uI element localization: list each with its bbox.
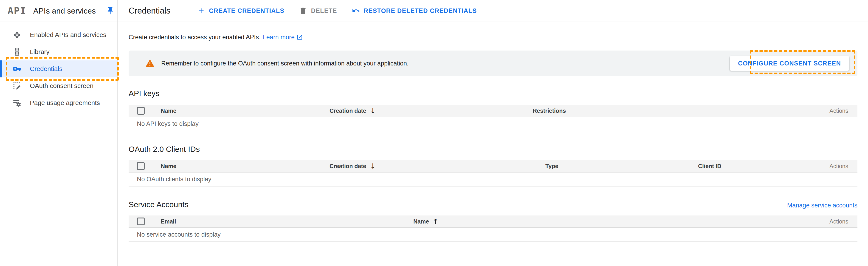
sidebar-item-label: Library — [30, 48, 50, 56]
column-header-creation-date[interactable]: Creation date ↓ — [330, 107, 376, 114]
sidebar-item-credentials[interactable]: Credentials — [0, 60, 117, 78]
learn-more-link[interactable]: Learn more — [263, 34, 303, 41]
page-usage-icon — [12, 98, 22, 108]
sort-desc-icon: ↓ — [370, 107, 376, 114]
sidebar-item-label: Enabled APIs and services — [30, 31, 106, 38]
api-keys-table-header: Name Creation date ↓ Restrictions Action… — [129, 105, 858, 117]
column-header-name: Name — [161, 108, 176, 114]
sidebar-item-library[interactable]: Library — [0, 43, 117, 60]
column-header-email: Email — [161, 218, 176, 225]
api-logo: API — [7, 5, 26, 17]
toolbar: Credentials CREATE CREDENTIALS DELETE RE… — [118, 0, 868, 22]
open-in-new-icon — [297, 34, 303, 40]
page-title: Credentials — [129, 6, 170, 16]
sort-asc-icon: ↑ — [433, 218, 439, 225]
warning-banner: Remember to configure the OAuth consent … — [129, 51, 858, 76]
api-keys-table: Name Creation date ↓ Restrictions Action… — [129, 105, 858, 131]
select-all-checkbox[interactable] — [137, 107, 145, 115]
selected-indicator — [0, 60, 2, 78]
select-all-checkbox[interactable] — [137, 162, 145, 170]
sidebar-item-page-usage[interactable]: Page usage agreements — [0, 94, 117, 111]
sort-desc-icon: ↓ — [370, 162, 376, 170]
restore-credentials-button[interactable]: RESTORE DELETED CREDENTIALS — [352, 7, 477, 15]
oauth-clients-table-header: Name Creation date ↓ Type Client ID Acti… — [129, 160, 858, 173]
banner-message: Remember to configure the OAuth consent … — [161, 60, 409, 67]
column-header-creation-date[interactable]: Creation date ↓ — [330, 162, 376, 170]
sidebar-item-label: Credentials — [30, 65, 62, 72]
service-accounts-table-header: Email Name ↑ Actions — [129, 215, 858, 228]
create-credentials-button[interactable]: CREATE CREDENTIALS — [197, 7, 284, 15]
apis-icon — [12, 30, 22, 39]
section-title-oauth-clients: OAuth 2.0 Client IDs — [129, 144, 858, 154]
oauth-clients-table: Name Creation date ↓ Type Client ID Acti… — [129, 160, 858, 186]
column-header-client-id: Client ID — [698, 163, 721, 170]
column-header-restrictions: Restrictions — [533, 108, 566, 114]
main-area: Credentials CREATE CREDENTIALS DELETE RE… — [118, 0, 868, 266]
section-title-api-keys: API keys — [129, 88, 858, 98]
pin-icon — [106, 6, 115, 15]
api-keys-empty-state: No API keys to display — [129, 117, 858, 131]
column-header-name[interactable]: Name ↑ — [413, 218, 439, 225]
sidebar-item-label: Page usage agreements — [30, 99, 100, 107]
service-accounts-empty-state: No service accounts to display — [129, 228, 858, 242]
app-title: APIs and services — [33, 6, 96, 16]
column-header-actions: Actions — [830, 218, 848, 225]
plus-icon — [197, 7, 205, 15]
column-header-actions: Actions — [830, 163, 848, 170]
sidebar: API APIs and services Enabled APIs and s… — [0, 0, 118, 266]
sidebar-item-oauth-consent[interactable]: OAuth consent screen — [0, 78, 117, 94]
warning-icon — [145, 59, 155, 68]
manage-service-accounts-link[interactable]: Manage service accounts — [787, 202, 858, 209]
library-icon — [12, 47, 22, 57]
column-header-type: Type — [546, 163, 558, 170]
sidebar-item-label: OAuth consent screen — [30, 82, 93, 90]
sidebar-item-enabled-apis[interactable]: Enabled APIs and services — [0, 26, 117, 43]
configure-consent-screen-button[interactable]: CONFIGURE CONSENT SCREEN — [730, 56, 849, 71]
intro-text: Create credentials to access your enable… — [129, 34, 260, 41]
select-all-checkbox[interactable] — [137, 217, 145, 225]
sidebar-header: API APIs and services — [0, 0, 117, 22]
service-accounts-table: Email Name ↑ Actions No service accounts… — [129, 215, 858, 242]
oauth-consent-icon — [12, 81, 22, 90]
oauth-clients-empty-state: No OAuth clients to display — [129, 173, 858, 186]
column-header-actions: Actions — [830, 108, 848, 114]
delete-button[interactable]: DELETE — [299, 7, 337, 15]
section-title-service-accounts: Service Accounts — [129, 199, 188, 209]
trash-icon — [299, 7, 307, 15]
key-icon — [12, 64, 22, 73]
pin-button[interactable] — [106, 6, 115, 15]
service-accounts-heading-row: Service Accounts Manage service accounts — [129, 199, 858, 209]
content: Create credentials to access your enable… — [118, 33, 868, 242]
undo-icon — [352, 7, 360, 15]
column-header-name: Name — [161, 163, 176, 170]
sidebar-nav: Enabled APIs and services Library Creden — [0, 22, 117, 111]
intro-line: Create credentials to access your enable… — [129, 33, 858, 42]
